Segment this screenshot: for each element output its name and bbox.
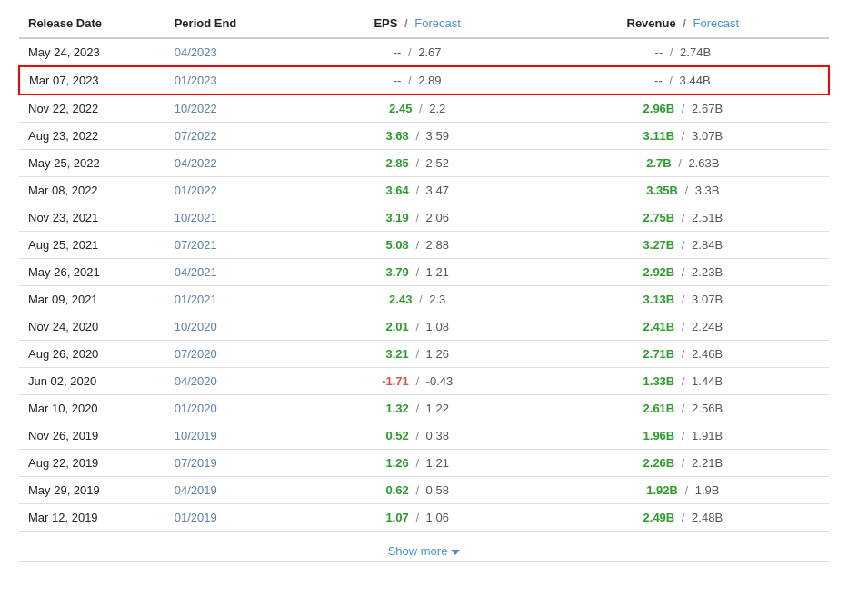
period-end-cell: 04/2021 xyxy=(165,259,298,286)
eps-forecast: 3.47 xyxy=(426,184,449,197)
release-date-cell: May 25, 2022 xyxy=(19,150,165,177)
revenue-forecast: 2.63B xyxy=(688,156,719,170)
eps-actual: -- xyxy=(394,45,402,59)
revenue-cell: 2.75B / 2.51B xyxy=(537,204,829,232)
revenue-forecast: 2.74B xyxy=(680,45,711,59)
eps-cell: 0.62 / 0.58 xyxy=(298,477,537,504)
revenue-forecast: 1.9B xyxy=(695,483,720,497)
revenue-cell: 2.49B / 2.48B xyxy=(537,504,829,532)
eps-cell: 3.68 / 3.59 xyxy=(298,123,537,150)
revenue-cell: 3.13B / 3.07B xyxy=(537,286,829,313)
release-date-cell: Mar 12, 2019 xyxy=(19,504,165,532)
revenue-forecast: 2.48B xyxy=(692,511,723,524)
revenue-actual: 2.71B xyxy=(643,347,675,361)
revenue-actual: 1.96B xyxy=(643,429,675,442)
earnings-table: Release Date Period End EPS / Forecast R… xyxy=(18,9,830,532)
table-row: May 25, 202204/20222.85 / 2.522.7B / 2.6… xyxy=(19,150,829,177)
revenue-cell: 2.7B / 2.63B xyxy=(537,150,829,177)
revenue-forecast: 2.21B xyxy=(692,456,723,470)
revenue-actual: 2.61B xyxy=(643,402,675,415)
table-row: Nov 24, 202010/20202.01 / 1.082.41B / 2.… xyxy=(19,313,829,341)
eps-actual: 0.52 xyxy=(385,429,408,442)
eps-cell: 5.08 / 2.88 xyxy=(298,232,537,259)
revenue-header: Revenue / Forecast xyxy=(537,9,829,38)
release-date-cell: Mar 08, 2022 xyxy=(19,177,165,204)
period-end-cell: 01/2022 xyxy=(165,177,298,204)
revenue-forecast: 3.44B xyxy=(680,74,711,87)
eps-forecast: 2.2 xyxy=(429,102,445,115)
revenue-actual: 2.96B xyxy=(643,102,675,115)
eps-cell: 2.45 / 2.2 xyxy=(298,94,537,123)
revenue-cell: 3.27B / 2.84B xyxy=(537,232,829,259)
eps-cell: 1.07 / 1.06 xyxy=(298,504,537,532)
release-date-cell: Nov 24, 2020 xyxy=(19,313,165,341)
eps-actual: 1.32 xyxy=(385,402,408,415)
eps-cell: 1.26 / 1.21 xyxy=(298,450,537,477)
revenue-actual: 3.13B xyxy=(643,293,675,306)
eps-actual: 2.43 xyxy=(389,293,412,306)
eps-actual: 3.64 xyxy=(385,184,408,197)
eps-forecast: -0.43 xyxy=(426,374,454,388)
table-header-row: Release Date Period End EPS / Forecast R… xyxy=(19,9,829,38)
eps-header: EPS / Forecast xyxy=(298,9,537,38)
eps-forecast: 1.06 xyxy=(426,511,449,524)
revenue-forecast: 2.56B xyxy=(692,402,723,415)
revenue-actual: 2.26B xyxy=(643,456,675,470)
table-row: Mar 08, 202201/20223.64 / 3.473.35B / 3.… xyxy=(19,177,829,204)
revenue-actual: 1.92B xyxy=(646,483,678,497)
eps-forecast: 1.08 xyxy=(426,320,449,333)
show-more-row: Show more xyxy=(18,532,830,562)
eps-cell: 1.32 / 1.22 xyxy=(298,395,537,422)
table-row: Mar 07, 202301/2023-- / 2.89-- / 3.44B xyxy=(19,66,829,94)
revenue-cell: 1.92B / 1.9B xyxy=(537,477,829,504)
revenue-cell: 2.61B / 2.56B xyxy=(537,395,829,422)
revenue-forecast: 2.84B xyxy=(692,238,723,252)
period-end-cell: 01/2023 xyxy=(165,66,298,94)
period-end-cell: 01/2020 xyxy=(165,395,298,422)
eps-actual: 0.62 xyxy=(385,483,408,497)
release-date-cell: Aug 23, 2022 xyxy=(19,123,165,150)
show-more-button[interactable]: Show more xyxy=(388,544,461,558)
eps-actual: -- xyxy=(394,74,402,87)
revenue-forecast: 2.67B xyxy=(692,102,723,115)
eps-forecast: 1.22 xyxy=(426,402,449,415)
release-date-cell: May 26, 2021 xyxy=(19,259,165,286)
eps-actual: 1.26 xyxy=(385,456,408,470)
revenue-cell: 2.26B / 2.21B xyxy=(537,450,829,477)
revenue-cell: -- / 2.74B xyxy=(537,38,829,66)
table-row: Aug 26, 202007/20203.21 / 1.262.71B / 2.… xyxy=(19,341,829,368)
show-more-label: Show more xyxy=(388,544,448,558)
revenue-actual: 2.7B xyxy=(646,156,671,170)
release-date-cell: Aug 22, 2019 xyxy=(19,450,165,477)
revenue-cell: 3.11B / 3.07B xyxy=(537,123,829,150)
revenue-actual: 3.35B xyxy=(646,184,678,197)
table-row: Jun 02, 202004/2020-1.71 / -0.431.33B / … xyxy=(19,368,829,395)
eps-cell: -1.71 / -0.43 xyxy=(298,368,537,395)
revenue-cell: 2.92B / 2.23B xyxy=(537,259,829,286)
release-date-cell: Mar 09, 2021 xyxy=(19,286,165,313)
revenue-cell: -- / 3.44B xyxy=(537,66,829,94)
revenue-actual: 3.27B xyxy=(643,238,675,252)
eps-cell: 0.52 / 0.38 xyxy=(298,422,537,450)
eps-cell: 3.21 / 1.26 xyxy=(298,341,537,368)
chevron-down-icon xyxy=(451,550,460,555)
table-row: Mar 12, 201901/20191.07 / 1.062.49B / 2.… xyxy=(19,504,829,532)
eps-forecast: 2.89 xyxy=(418,74,441,87)
eps-actual: 1.07 xyxy=(385,511,408,524)
eps-cell: 2.01 / 1.08 xyxy=(298,313,537,341)
revenue-forecast: 1.91B xyxy=(692,429,723,442)
revenue-forecast: 3.07B xyxy=(692,293,723,306)
period-end-cell: 07/2021 xyxy=(165,232,298,259)
eps-actual: 3.19 xyxy=(385,211,408,224)
eps-actual: 2.85 xyxy=(385,156,408,170)
period-end-cell: 01/2019 xyxy=(165,504,298,532)
release-date-cell: Mar 10, 2020 xyxy=(19,395,165,422)
eps-forecast: 2.52 xyxy=(426,156,449,170)
revenue-forecast: 2.23B xyxy=(692,265,723,279)
eps-forecast: 0.38 xyxy=(426,429,449,442)
eps-forecast: 3.59 xyxy=(426,129,449,143)
table-row: Aug 25, 202107/20215.08 / 2.883.27B / 2.… xyxy=(19,232,829,259)
revenue-actual: 2.92B xyxy=(643,265,675,279)
period-end-cell: 10/2022 xyxy=(165,94,298,123)
revenue-cell: 2.41B / 2.24B xyxy=(537,313,829,341)
